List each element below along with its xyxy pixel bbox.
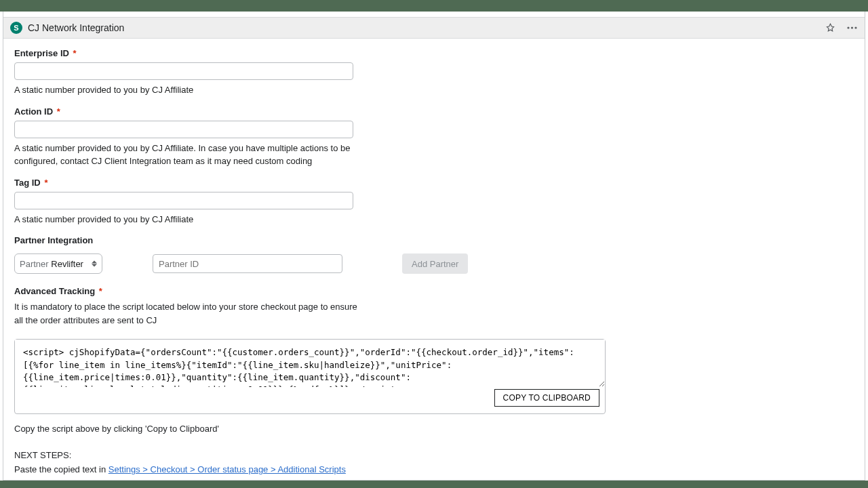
browser-bottom-bar — [0, 481, 868, 488]
script-box: COPY TO CLIPBOARD — [14, 339, 606, 414]
advanced-tracking-label: Advanced Tracking * — [14, 286, 854, 296]
tag-id-label: Tag ID * — [14, 178, 380, 188]
enterprise-id-help: A static number provided to you by CJ Af… — [14, 84, 380, 97]
app-title: CJ Network Integration — [28, 22, 124, 33]
browser-top-bar — [0, 0, 868, 12]
add-partner-button[interactable]: Add Partner — [402, 253, 468, 274]
partner-select-wrap[interactable]: Partner Revlifter — [14, 253, 102, 274]
app-logo: S — [10, 22, 22, 34]
partner-integration-label: Partner Integration — [14, 235, 854, 245]
next-steps-label: NEXT STEPS: — [14, 449, 854, 463]
enterprise-id-label: Enterprise ID * — [14, 48, 380, 58]
svg-point-1 — [850, 26, 852, 28]
partner-select[interactable] — [14, 253, 102, 274]
chevron-updown-icon — [92, 261, 97, 267]
copy-help-text: Copy the script above by clicking 'Copy … — [14, 422, 854, 436]
script-textarea[interactable] — [15, 340, 605, 387]
action-id-input[interactable] — [14, 121, 353, 138]
tag-id-input[interactable] — [14, 192, 353, 209]
instruction-line-2: If you already have code in the Addition… — [14, 477, 854, 480]
tag-id-help: A static number provided to you by CJ Af… — [14, 214, 380, 226]
content-area: Enterprise ID * A static number provided… — [3, 39, 865, 480]
action-id-label: Action ID * — [14, 106, 380, 117]
app-frame: S CJ Network Integration Enterprise ID *… — [3, 12, 865, 481]
settings-link[interactable]: Settings > Checkout > Order status page … — [108, 464, 346, 474]
enterprise-id-input[interactable] — [14, 62, 353, 80]
advanced-tracking-desc: It is mandatory to place the script loca… — [14, 300, 367, 327]
svg-point-2 — [854, 26, 856, 28]
copy-to-clipboard-button[interactable]: COPY TO CLIPBOARD — [494, 389, 599, 407]
partner-id-input[interactable] — [153, 254, 342, 273]
header-bar: S CJ Network Integration — [3, 17, 865, 39]
svg-point-0 — [847, 26, 849, 28]
more-icon[interactable] — [846, 22, 858, 34]
pin-icon[interactable] — [824, 22, 836, 34]
instruction-line-1: Paste the copied text in Settings > Chec… — [14, 463, 854, 477]
action-id-help: A static number provided to you by CJ Af… — [14, 142, 380, 168]
